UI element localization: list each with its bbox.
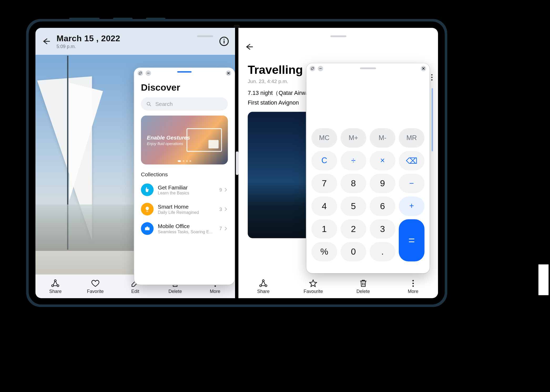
gallery-drag-handle[interactable] — [197, 35, 213, 37]
heart-icon — [91, 279, 100, 288]
minimize-icon[interactable] — [318, 66, 323, 71]
svg-point-12 — [147, 102, 150, 105]
tablet-frame: March 15 , 2022 5:09 p.m. Share Favorite — [26, 19, 447, 307]
discover-floating-window[interactable]: Discover Search Enable Gestures Enjoy fl… — [134, 68, 235, 285]
key-1[interactable]: 1 — [311, 219, 337, 239]
svg-point-15 — [265, 285, 267, 287]
key-multiply[interactable]: × — [370, 151, 395, 171]
chevron-right-icon — [224, 207, 228, 211]
more-label: More — [408, 289, 418, 294]
maximize-icon[interactable] — [310, 66, 315, 71]
key-plus[interactable]: + — [399, 197, 425, 216]
scroll-indicator — [431, 88, 433, 151]
favourite-button[interactable]: Favourite — [288, 275, 338, 298]
collection-item-get-familiar[interactable]: Get FamiliarLearn the Basics 9 — [141, 180, 228, 199]
gallery-time: 5:09 p.m. — [57, 44, 189, 49]
info-icon[interactable] — [219, 36, 229, 47]
key-9[interactable]: 9 — [370, 174, 395, 193]
search-placeholder: Search — [155, 101, 173, 107]
window-titlebar[interactable] — [306, 63, 430, 74]
delete-label: Delete — [357, 289, 370, 294]
window-titlebar[interactable] — [134, 68, 235, 78]
minimize-icon[interactable] — [146, 70, 151, 76]
chevron-right-icon — [224, 226, 228, 231]
calculator-keypad: MC M+ M- MR C ÷ × ⌫ 7 8 9 − 4 5 — [306, 128, 430, 266]
calc-drag-handle[interactable] — [360, 68, 376, 69]
gallery-date: March 15 , 2022 — [57, 34, 189, 43]
key-7[interactable]: 7 — [311, 174, 337, 193]
coll-subtitle: Learn the Basics — [158, 190, 219, 195]
bulb-icon — [141, 203, 154, 215]
gallery-header: March 15 , 2022 5:09 p.m. — [35, 28, 235, 55]
key-3[interactable]: 3 — [370, 219, 395, 239]
share-label: Share — [49, 289, 62, 294]
svg-point-17 — [412, 280, 414, 281]
coll-title: Get Familiar — [158, 184, 219, 190]
key-backspace[interactable]: ⌫ — [399, 151, 425, 171]
key-equals[interactable]: = — [399, 219, 425, 262]
key-8[interactable]: 8 — [340, 174, 366, 193]
key-mplus[interactable]: M+ — [340, 128, 366, 148]
more-label: More — [210, 289, 220, 294]
collections-label: Collections — [141, 171, 228, 178]
carousel-dots — [178, 160, 191, 162]
calculator-floating-window[interactable]: MC M+ M- MR C ÷ × ⌫ 7 8 9 − 4 5 — [306, 63, 430, 273]
discover-title: Discover — [141, 82, 228, 93]
coll-subtitle: Seamless Tasks, Soaring E... — [158, 229, 219, 234]
notes-drag-handle[interactable] — [330, 35, 346, 37]
share-button[interactable]: Share — [35, 275, 75, 298]
key-mc[interactable]: MC — [311, 128, 337, 148]
delete-label: Delete — [169, 289, 182, 294]
share-button[interactable]: Share — [238, 275, 288, 298]
key-percent[interactable]: % — [311, 242, 337, 261]
svg-point-14 — [260, 285, 262, 287]
search-icon — [146, 101, 152, 107]
coll-count: 7 — [219, 226, 222, 231]
close-icon[interactable] — [421, 66, 426, 71]
hand-icon — [141, 183, 154, 196]
svg-point-2 — [223, 39, 225, 40]
coll-title: Smart Home — [158, 204, 219, 210]
collection-item-mobile-office[interactable]: Mobile OfficeSeamless Tasks, Soaring E..… — [141, 219, 228, 238]
briefcase-icon — [141, 222, 154, 235]
split-divider-handle[interactable] — [236, 151, 238, 175]
key-4[interactable]: 4 — [311, 197, 337, 216]
key-minus[interactable]: − — [399, 174, 425, 193]
card-frame-icon — [186, 128, 222, 152]
notes-header — [238, 28, 438, 45]
svg-point-4 — [57, 285, 59, 287]
key-6[interactable]: 6 — [370, 197, 395, 216]
decorative-card — [538, 264, 549, 295]
share-label: Share — [257, 289, 269, 294]
favorite-button[interactable]: Favorite — [75, 275, 115, 298]
key-mminus[interactable]: M- — [370, 128, 395, 148]
window-tab-indicator — [177, 71, 192, 73]
physical-buttons — [69, 18, 165, 19]
key-dot[interactable]: . — [370, 242, 395, 261]
more-button[interactable]: More — [388, 275, 438, 298]
trash-icon — [359, 279, 368, 288]
delete-button[interactable]: Delete — [338, 275, 388, 298]
collection-item-smart-home[interactable]: Smart HomeDaily Life Reimagined 3 — [141, 199, 228, 219]
back-arrow-icon[interactable] — [41, 37, 50, 46]
search-input[interactable]: Search — [141, 97, 228, 111]
key-0[interactable]: 0 — [340, 242, 366, 261]
svg-point-3 — [52, 285, 54, 287]
more-vertical-icon[interactable] — [431, 74, 433, 80]
svg-line-13 — [150, 105, 151, 106]
close-icon[interactable] — [226, 70, 231, 76]
favorite-label: Favorite — [87, 289, 104, 294]
back-arrow-icon[interactable] — [244, 42, 253, 51]
notes-side-controls — [431, 74, 433, 151]
card-subtitle: Enjoy fluid operations — [147, 141, 190, 146]
key-5[interactable]: 5 — [340, 197, 366, 216]
key-2[interactable]: 2 — [340, 219, 366, 239]
svg-point-8 — [214, 285, 216, 287]
maximize-icon[interactable] — [138, 70, 143, 76]
key-clear[interactable]: C — [311, 151, 337, 171]
svg-point-5 — [54, 280, 56, 282]
tablet-screen: March 15 , 2022 5:09 p.m. Share Favorite — [35, 28, 438, 298]
key-divide[interactable]: ÷ — [340, 151, 366, 171]
discover-hero-card[interactable]: Enable Gestures Enjoy fluid operations — [141, 116, 228, 164]
key-mr[interactable]: MR — [399, 128, 425, 148]
